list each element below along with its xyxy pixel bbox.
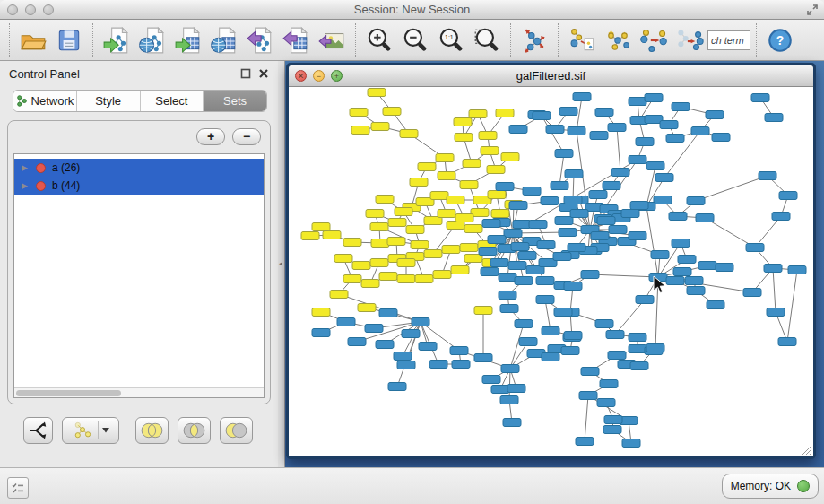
zoom-selected-region-button[interactable] <box>469 22 505 58</box>
graph-node[interactable] <box>504 230 522 238</box>
graph-node[interactable] <box>383 108 401 116</box>
network-graph[interactable] <box>289 87 813 456</box>
graph-node[interactable] <box>536 296 554 304</box>
graph-node[interactable] <box>759 172 776 180</box>
graph-node[interactable] <box>491 386 509 394</box>
horizontal-scrollbar[interactable] <box>14 387 264 397</box>
graph-node[interactable] <box>666 277 684 285</box>
tab-style[interactable]: Style <box>77 91 141 111</box>
graph-node[interactable] <box>429 361 447 369</box>
graph-node[interactable] <box>515 277 533 285</box>
graph-node[interactable] <box>312 223 330 231</box>
graph-node[interactable] <box>778 338 796 346</box>
graph-node[interactable] <box>541 197 559 205</box>
zoom-out-button[interactable] <box>397 22 433 58</box>
graph-node[interactable] <box>474 307 492 315</box>
graph-node[interactable] <box>581 271 599 279</box>
graph-node[interactable] <box>488 236 506 244</box>
graph-node[interactable] <box>597 217 615 225</box>
graph-node[interactable] <box>343 275 361 283</box>
set-list-item[interactable]: ▶b (44) <box>14 177 264 195</box>
graph-node[interactable] <box>395 208 412 216</box>
graph-node[interactable] <box>622 439 640 448</box>
graph-node[interactable] <box>519 338 537 346</box>
graph-node[interactable] <box>430 192 448 200</box>
graph-node[interactable] <box>554 308 572 317</box>
graph-node[interactable] <box>397 275 415 283</box>
graph-node[interactable] <box>376 196 394 204</box>
graph-node[interactable] <box>499 274 516 282</box>
graph-node[interactable] <box>455 134 473 142</box>
graph-node[interactable] <box>603 182 620 190</box>
graph-node[interactable] <box>482 220 500 228</box>
graph-node[interactable] <box>481 268 499 276</box>
graph-node[interactable] <box>481 147 499 155</box>
graph-node[interactable] <box>454 118 472 126</box>
graph-node[interactable] <box>402 330 420 338</box>
graph-node[interactable] <box>590 132 608 140</box>
graph-node[interactable] <box>366 210 384 218</box>
graph-node[interactable] <box>388 219 406 227</box>
graph-node[interactable] <box>410 178 428 187</box>
window-close-icon[interactable]: ✕ <box>295 70 307 82</box>
graph-node[interactable] <box>698 262 716 270</box>
graph-node[interactable] <box>707 301 724 309</box>
graph-node[interactable] <box>433 271 451 279</box>
graph-node[interactable] <box>660 121 678 129</box>
fullscreen-icon[interactable] <box>806 4 819 16</box>
graph-node[interactable] <box>438 210 455 218</box>
graph-node[interactable] <box>564 332 582 340</box>
import-network-file-button[interactable] <box>99 22 134 58</box>
graph-node[interactable] <box>537 241 555 249</box>
graph-node[interactable] <box>581 368 599 376</box>
graph-node[interactable] <box>330 291 348 299</box>
graph-node[interactable] <box>358 304 376 312</box>
remove-set-button[interactable]: − <box>232 128 261 145</box>
graph-node[interactable] <box>488 191 506 199</box>
graph-node[interactable] <box>412 318 429 326</box>
graph-node[interactable] <box>564 196 582 204</box>
graph-node[interactable] <box>500 305 518 313</box>
graph-node[interactable] <box>350 109 368 117</box>
graph-node[interactable] <box>654 196 672 204</box>
window-minimize-icon[interactable]: − <box>313 70 325 82</box>
task-history-button[interactable] <box>7 477 29 499</box>
graph-node[interactable] <box>323 231 341 239</box>
select-first-neighbors-button[interactable] <box>600 22 636 58</box>
close-panel-icon[interactable] <box>258 68 269 79</box>
graph-node[interactable] <box>604 416 622 424</box>
graph-node[interactable] <box>764 265 782 273</box>
graph-node[interactable] <box>636 138 654 146</box>
graph-node[interactable] <box>406 226 424 234</box>
graph-node[interactable] <box>546 126 564 134</box>
graph-node[interactable] <box>463 160 481 168</box>
graph-node[interactable] <box>673 268 691 276</box>
graph-node[interactable] <box>555 217 573 225</box>
graph-node[interactable] <box>533 112 551 120</box>
graph-node[interactable] <box>678 256 696 264</box>
graph-node[interactable] <box>368 89 386 97</box>
graph-node[interactable] <box>334 255 352 263</box>
graph-node[interactable] <box>529 221 547 229</box>
graph-node[interactable] <box>491 210 509 218</box>
graph-node[interactable] <box>351 126 369 135</box>
graph-node[interactable] <box>551 182 568 190</box>
graph-node[interactable] <box>595 320 613 328</box>
graph-node[interactable] <box>743 289 761 297</box>
graph-node[interactable] <box>348 338 366 346</box>
graph-node[interactable] <box>508 262 526 270</box>
graph-node[interactable] <box>450 347 468 355</box>
graph-node[interactable] <box>603 426 621 434</box>
set-list-item[interactable]: ▶a (26) <box>14 159 264 177</box>
graph-node[interactable] <box>490 259 508 267</box>
graph-node[interactable] <box>397 259 415 267</box>
graph-node[interactable] <box>696 214 714 222</box>
graph-node[interactable] <box>379 273 397 281</box>
graph-node[interactable] <box>645 94 663 102</box>
graph-node[interactable] <box>513 221 531 229</box>
graph-node[interactable] <box>591 232 609 240</box>
graph-node[interactable] <box>589 191 607 199</box>
graph-node[interactable] <box>496 183 514 191</box>
graph-node[interactable] <box>672 239 690 248</box>
graph-node[interactable] <box>509 202 527 210</box>
